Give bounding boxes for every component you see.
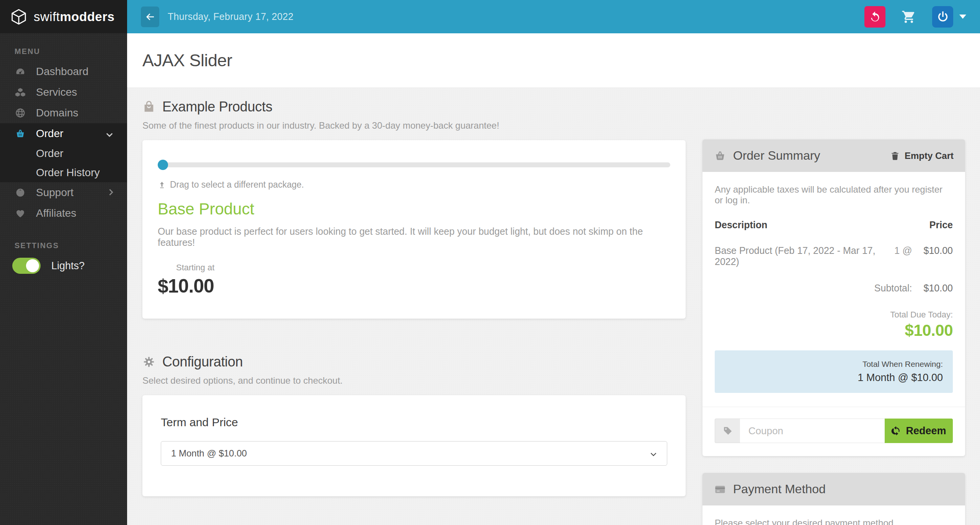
product-name: Base Product bbox=[158, 200, 670, 218]
settings-section-label: SETTINGS bbox=[15, 241, 127, 250]
renewal-label: Total When Renewing: bbox=[725, 360, 943, 369]
description-column-header: Description bbox=[715, 219, 768, 231]
package-slider-track[interactable] bbox=[158, 162, 670, 167]
main-column: Example Products Some of the finest prod… bbox=[142, 87, 686, 525]
undo-button[interactable] bbox=[864, 6, 885, 28]
product-price: $10.00 bbox=[158, 275, 670, 297]
empty-cart-button[interactable]: Empty Cart bbox=[890, 150, 954, 161]
basket-icon bbox=[714, 150, 726, 162]
products-section-header: Example Products bbox=[142, 99, 686, 115]
line-item-row: Base Product (Feb 17, 2022 - Mar 17, 202… bbox=[715, 245, 953, 267]
subtotal-label: Subtotal: bbox=[874, 283, 912, 294]
toggle-knob bbox=[26, 259, 39, 272]
chevron-down-icon bbox=[106, 128, 113, 140]
drag-hint: Drag to select a different package. bbox=[158, 180, 670, 190]
sidebar-item-dashboard[interactable]: Dashboard bbox=[0, 61, 127, 82]
coupon-group: Redeem bbox=[715, 419, 953, 443]
heart-icon bbox=[15, 208, 26, 219]
top-header: Thursday, February 17, 2022 bbox=[127, 0, 980, 33]
sidebar-item-label: Support bbox=[36, 186, 74, 199]
products-section-subtitle: Some of the finest products in our indus… bbox=[142, 120, 686, 131]
sidebar-subitem-order-history[interactable]: Order History bbox=[0, 163, 127, 182]
trash-icon bbox=[890, 151, 900, 161]
coupon-section: Redeem bbox=[702, 407, 965, 456]
configuration-card: Term and Price 1 Month @ $10.00 bbox=[142, 395, 686, 496]
product-description: Our base product is perfect for users lo… bbox=[158, 226, 670, 248]
content-area: Example Products Some of the finest prod… bbox=[127, 87, 980, 525]
drag-hint-text: Drag to select a different package. bbox=[170, 180, 304, 190]
sidebar-item-label: Services bbox=[36, 86, 77, 98]
configuration-section-subtitle: Select desired options, and continue to … bbox=[142, 375, 686, 386]
total-due-label: Total Due Today: bbox=[715, 310, 953, 320]
brand-logo[interactable]: swiftmodders bbox=[0, 0, 127, 33]
starting-at-label: Starting at bbox=[176, 263, 670, 273]
payment-method-panel: Payment Method Please select your desire… bbox=[702, 473, 965, 525]
order-summary-body: Any applicable taxes will be calculated … bbox=[702, 172, 965, 407]
brand-name: swiftmodders bbox=[34, 10, 114, 24]
sidebar-item-label: Dashboard bbox=[36, 65, 88, 78]
gear-icon bbox=[142, 355, 155, 368]
redeem-button[interactable]: Redeem bbox=[885, 419, 953, 443]
tax-note: Any applicable taxes will be calculated … bbox=[715, 184, 953, 206]
empty-cart-label: Empty Cart bbox=[905, 150, 954, 161]
lights-toggle[interactable] bbox=[12, 258, 41, 274]
coupon-input[interactable] bbox=[740, 419, 885, 443]
dashboard-icon bbox=[15, 66, 26, 77]
line-item-description: Base Product (Feb 17, 2022 - Mar 17, 202… bbox=[715, 245, 890, 267]
sidebar-item-domains[interactable]: Domains bbox=[0, 103, 127, 123]
logout-button[interactable] bbox=[932, 6, 953, 28]
order-summary-title: Order Summary bbox=[733, 149, 820, 163]
title-bar: AJAX Slider bbox=[127, 33, 980, 87]
configuration-section-title: Configuration bbox=[162, 354, 243, 370]
current-date: Thursday, February 17, 2022 bbox=[168, 11, 294, 22]
side-column: Order Summary Empty Cart Any applicable … bbox=[702, 139, 965, 525]
arrow-up-icon bbox=[158, 181, 166, 189]
sidebar-item-affiliates[interactable]: Affiliates bbox=[0, 203, 127, 224]
price-column-header: Price bbox=[929, 219, 953, 231]
line-item-price: $10.00 bbox=[924, 245, 953, 256]
coupon-addon bbox=[715, 419, 740, 443]
cart-button[interactable] bbox=[902, 10, 916, 24]
header-actions bbox=[864, 6, 966, 28]
menu-section-label: MENU bbox=[15, 47, 127, 56]
summary-table-header: Description Price bbox=[715, 219, 953, 231]
sidebar-item-order[interactable]: Order bbox=[0, 123, 127, 144]
lights-toggle-row: Lights? bbox=[0, 258, 127, 274]
payment-method-header: Payment Method bbox=[702, 473, 965, 505]
sync-icon bbox=[891, 426, 901, 436]
sidebar-item-label: Order bbox=[36, 128, 64, 140]
sidebar-item-label: Domains bbox=[36, 107, 78, 119]
caret-down-icon[interactable] bbox=[959, 15, 966, 19]
sidebar-item-services[interactable]: Services bbox=[0, 82, 127, 103]
order-summary-header: Order Summary Empty Cart bbox=[702, 139, 965, 172]
select-chevron-icon bbox=[650, 448, 657, 459]
lights-toggle-label: Lights? bbox=[51, 260, 85, 272]
back-arrow-icon bbox=[144, 11, 156, 23]
term-select[interactable]: 1 Month @ $10.00 bbox=[161, 441, 667, 466]
term-price-label: Term and Price bbox=[161, 416, 667, 429]
term-select-value: 1 Month @ $10.00 bbox=[171, 448, 247, 459]
cart-icon bbox=[902, 10, 916, 24]
sidebar-subitem-order[interactable]: Order bbox=[0, 144, 127, 163]
undo-icon bbox=[869, 11, 881, 23]
renewal-info-box: Total When Renewing: 1 Month @ $10.00 bbox=[715, 350, 953, 393]
credit-card-icon bbox=[714, 483, 726, 496]
shopping-bag-icon bbox=[142, 100, 155, 113]
product-slider-card: Drag to select a different package. Base… bbox=[142, 140, 686, 319]
basket-icon bbox=[15, 128, 26, 139]
payment-method-note: Please select your desired payment metho… bbox=[715, 518, 953, 525]
sidebar-item-support[interactable]: Support bbox=[0, 182, 127, 203]
subtotal-value: $10.00 bbox=[924, 283, 953, 294]
back-button[interactable] bbox=[141, 7, 159, 27]
redeem-label: Redeem bbox=[906, 425, 946, 437]
line-item-quantity: 1 @ bbox=[894, 245, 912, 256]
page-title: AJAX Slider bbox=[142, 51, 232, 70]
sidebar-group-order: Order Order Order History bbox=[0, 123, 127, 182]
sidebar: swiftmodders MENU Dashboard Services Dom… bbox=[0, 0, 127, 525]
payment-method-title: Payment Method bbox=[733, 482, 826, 496]
configuration-section-header: Configuration bbox=[142, 354, 686, 370]
power-icon bbox=[936, 10, 949, 23]
subtotal-row: Subtotal: $10.00 bbox=[715, 283, 953, 294]
package-slider-handle[interactable] bbox=[158, 160, 168, 170]
payment-method-body: Please select your desired payment metho… bbox=[702, 505, 965, 525]
